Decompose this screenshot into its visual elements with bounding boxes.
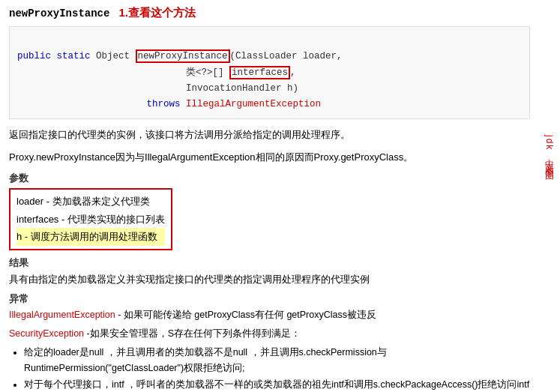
param-loader: loader - 类加载器来定义代理类 <box>16 193 165 210</box>
page-wrapper: newProxyInstance 1.查看这个方法 public static … <box>0 0 560 392</box>
description-line2: Proxy.newProxyInstance因为与IllegalArgument… <box>9 149 530 166</box>
exception-name: IllegalArgumentException <box>186 99 321 109</box>
param-h: h - 调度方法调用的调用处理函数 <box>16 228 165 245</box>
throws-keyword: throws <box>147 99 181 109</box>
bullet-2: 对于每个代理接口，intf ，呼叫者的类加载器不一样的或类加载器的祖先intf和… <box>24 377 530 392</box>
code-keyword-static: static <box>57 51 91 61</box>
class-name: newProxyInstance <box>9 7 109 19</box>
security-exc-name: SecurityException <box>9 328 84 339</box>
interfaces-highlight: interfaces <box>229 66 290 79</box>
sidebar-label-zhong: 中 <box>544 152 556 154</box>
right-sidebar: jdk 中 文 对 照 图 <box>539 0 560 392</box>
exception-title: 异常 <box>9 292 530 306</box>
sidebar-label-jdk: jdk <box>544 135 556 151</box>
illegal-arg-exception: IllegalArgumentException - 如果可能传递给 getPr… <box>9 307 530 323</box>
security-exception: SecurityException -如果安全管理器，S存在任何下列条件得到满足… <box>9 326 530 342</box>
security-bullets: 给定的loader是null ，并且调用者的类加载器不是null ，并且调用s.… <box>9 345 530 392</box>
bullet-1: 给定的loader是null ，并且调用者的类加载器不是null ，并且调用s.… <box>24 345 530 377</box>
result-title: 结果 <box>9 256 530 270</box>
sidebar-label-wen: 文 <box>544 155 556 157</box>
params-box: loader - 类加载器来定义代理类 interfaces - 代理类实现的接… <box>9 188 172 250</box>
sidebar-label-tu: 图 <box>544 164 556 166</box>
sidebar-label-dui: 对 <box>544 158 556 160</box>
sidebar-label-zhao: 照 <box>544 161 556 163</box>
params-title: 参数 <box>9 172 530 185</box>
main-content: newProxyInstance 1.查看这个方法 public static … <box>0 0 539 392</box>
result-text: 具有由指定的类加载器定义并实现指定接口的代理类的指定调用处理程序的代理实例 <box>9 271 530 288</box>
code-block: public static Object newProxyInstance(Cl… <box>9 26 530 119</box>
method-name-highlight: newProxyInstance <box>136 49 230 63</box>
description-line1: 返回指定接口的代理类的实例，该接口将方法调用分派给指定的调用处理程序。 <box>9 127 530 143</box>
illegal-arg-name: IllegalArgumentException <box>9 310 115 320</box>
step-label: 1.查看这个方法 <box>118 6 196 20</box>
code-keyword-public: public <box>17 51 51 61</box>
param-interfaces: interfaces - 代理类实现的接口列表 <box>16 211 165 228</box>
